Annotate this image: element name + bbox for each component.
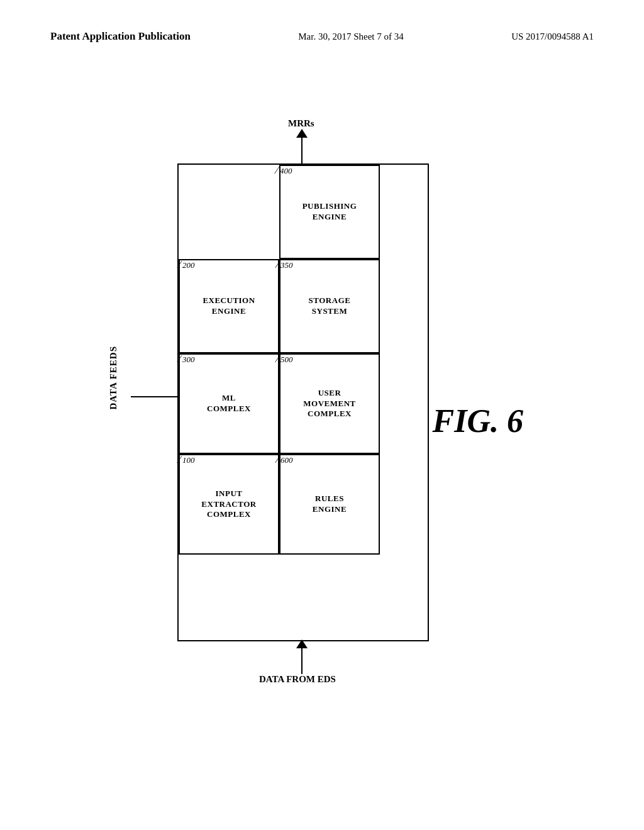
header-date-sheet: Mar. 30, 2017 Sheet 7 of 34 — [298, 31, 403, 42]
ml-complex-box: MLCOMPLEX — [179, 353, 279, 454]
ref-300: ∕ 300 — [179, 353, 194, 365]
storage-system-box: STORAGESYSTEM — [279, 259, 380, 353]
diagram-area: MRRs DATA FEEDS PUBLISHINGENGINE EXECUTI… — [0, 88, 644, 780]
ref-600: ∕ 600 — [277, 454, 292, 465]
publishing-engine-label: PUBLISHINGENGINE — [303, 201, 357, 223]
user-movement-complex-label: USERMOVEMENTCOMPLEX — [303, 388, 355, 420]
execution-engine-label: EXECUTIONENGINE — [203, 296, 255, 317]
header-publication-text: Patent Application Publication — [50, 30, 191, 43]
storage-system-label: STORAGESYSTEM — [309, 296, 351, 317]
mrrs-label: MRRs — [288, 118, 314, 129]
diagram-container: MRRs DATA FEEDS PUBLISHINGENGINE EXECUTI… — [108, 101, 536, 767]
ref-400: ∕ 400 — [276, 165, 292, 176]
header-patent-number: US 2017/0094588 A1 — [511, 31, 594, 42]
user-movement-complex-box: USERMOVEMENTCOMPLEX — [279, 353, 380, 454]
main-system-box: PUBLISHINGENGINE EXECUTIONENGINE STORAGE… — [177, 163, 429, 641]
mrrs-arrow-line — [301, 132, 303, 163]
data-feeds-line — [131, 396, 179, 397]
eds-label: DATA FROM EDS — [259, 674, 336, 685]
ref-350: ∕ 350 — [277, 259, 292, 270]
ml-complex-label: MLCOMPLEX — [207, 393, 251, 414]
ref-200: ∕ 200 — [179, 259, 194, 270]
rules-engine-box: RULESENGINE — [279, 454, 380, 555]
input-extractor-complex-label: INPUTEXTRACTORCOMPLEX — [201, 489, 256, 521]
rules-engine-label: RULESENGINE — [313, 494, 347, 515]
execution-engine-box: EXECUTIONENGINE — [179, 259, 279, 353]
ref-100: ∕ 100 — [179, 454, 194, 465]
publishing-engine-box: PUBLISHINGENGINE — [279, 165, 380, 259]
input-extractor-complex-box: INPUTEXTRACTORCOMPLEX — [179, 454, 279, 555]
page-header: Patent Application Publication Mar. 30, … — [0, 30, 644, 43]
figure-label: FIG. 6 — [433, 402, 523, 440]
eds-arrow-line — [301, 643, 303, 674]
data-feeds-label: DATA FEEDS — [108, 346, 119, 410]
ref-500: ∕ 500 — [277, 353, 292, 365]
